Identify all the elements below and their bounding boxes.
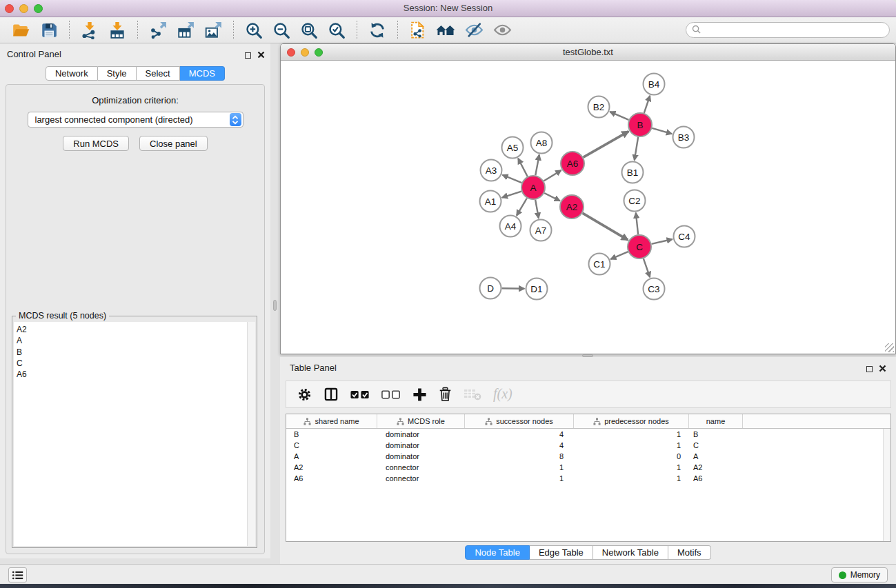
save-session-button[interactable]: [35, 20, 63, 41]
delete-columns-button[interactable]: [439, 387, 452, 402]
table-row[interactable]: A6connector11A6: [286, 473, 890, 484]
graph-node-B4[interactable]: B4: [644, 74, 665, 95]
graph-node-B3[interactable]: B3: [673, 127, 695, 148]
graph-node-A5[interactable]: A5: [502, 137, 524, 159]
graph-node-A7[interactable]: A7: [530, 220, 552, 241]
table-settings-button[interactable]: [297, 387, 312, 402]
graph-edge-C-C1[interactable]: [610, 252, 628, 259]
graph-node-C1[interactable]: C1: [589, 254, 610, 275]
import-network-button[interactable]: [76, 20, 103, 41]
zoom-selected-button[interactable]: [323, 20, 350, 41]
import-table-button[interactable]: [103, 20, 131, 41]
graph-edge-A-A7[interactable]: [535, 200, 539, 219]
unselect-all-columns-button[interactable]: [381, 389, 401, 400]
network-canvas[interactable]: B4B2BB3A8A5A6A3B1AA1C2A2A4A7C4CC1C3DD1: [281, 61, 895, 354]
graph-edge-B-B4[interactable]: [644, 96, 650, 113]
tab-motifs[interactable]: Motifs: [668, 545, 711, 560]
graph-edge-C-C2[interactable]: [636, 213, 638, 234]
show-column-panel-button[interactable]: [323, 387, 339, 402]
search-input[interactable]: [704, 26, 884, 35]
run-mcds-button[interactable]: Run MCDS: [63, 136, 129, 151]
graph-edge-C-C4[interactable]: [652, 239, 673, 244]
open-session-button[interactable]: [7, 21, 35, 40]
apply-layout-button[interactable]: [364, 20, 391, 41]
tab-select[interactable]: Select: [137, 66, 180, 81]
close-panel-button[interactable]: Close panel: [139, 136, 208, 151]
mcds-result-list[interactable]: A2ABCA6: [14, 322, 247, 546]
mcds-result-item[interactable]: A2: [17, 324, 247, 335]
network-window-titlebar[interactable]: testGlobe.txt: [281, 44, 895, 61]
graph-node-C[interactable]: C: [628, 235, 651, 258]
tab-network[interactable]: Network: [46, 66, 98, 81]
graph-edge-A6-B[interactable]: [584, 132, 629, 157]
graph-node-C4[interactable]: C4: [674, 226, 695, 247]
export-image-button[interactable]: [199, 20, 227, 41]
graph-node-A3[interactable]: A3: [481, 160, 502, 181]
graph-node-D1[interactable]: D1: [526, 278, 548, 300]
graph-node-A[interactable]: A: [521, 176, 545, 199]
column-header-name[interactable]: name: [689, 414, 743, 428]
graph-edge-A-A8[interactable]: [535, 155, 539, 176]
mcds-result-item[interactable]: C: [17, 358, 247, 369]
task-history-button[interactable]: [8, 567, 27, 582]
vertical-splitter[interactable]: [270, 43, 280, 564]
graph-edge-B-B3[interactable]: [652, 128, 672, 134]
hide-selected-button[interactable]: [460, 21, 488, 39]
mcds-result-item[interactable]: A6: [17, 369, 247, 380]
graph-node-A6[interactable]: A6: [561, 152, 584, 175]
tab-edge-table[interactable]: Edge Table: [530, 545, 593, 560]
column-header-shared-name[interactable]: shared name: [286, 414, 377, 428]
graph-edge-C-C3[interactable]: [644, 258, 650, 277]
graph-edge-A-A6[interactable]: [544, 170, 561, 181]
zoom-fit-button[interactable]: [295, 20, 323, 41]
close-table-panel-icon[interactable]: [879, 363, 886, 375]
memory-button[interactable]: Memory: [831, 567, 888, 582]
first-neighbors-button[interactable]: [431, 21, 460, 40]
float-panel-icon[interactable]: [245, 52, 251, 59]
tab-network-table[interactable]: Network Table: [593, 545, 668, 560]
result-scrollbar[interactable]: [247, 322, 255, 546]
create-column-button[interactable]: [412, 387, 427, 402]
delete-table-button[interactable]: [464, 387, 481, 401]
select-all-columns-button[interactable]: [350, 389, 370, 400]
graph-node-B1[interactable]: B1: [622, 162, 644, 183]
export-table-button[interactable]: [172, 20, 199, 41]
graph-edge-A-A3[interactable]: [502, 175, 521, 183]
show-all-button[interactable]: [488, 21, 517, 39]
graph-node-A8[interactable]: A8: [531, 132, 552, 154]
mcds-result-item[interactable]: A: [17, 335, 247, 346]
node-table[interactable]: shared nameMCDS rolesuccessor nodesprede…: [286, 414, 891, 542]
table-row[interactable]: Adominator80A: [286, 451, 890, 462]
close-panel-icon[interactable]: [257, 49, 265, 61]
graph-node-C2[interactable]: C2: [624, 190, 646, 212]
tab-mcds[interactable]: MCDS: [180, 66, 225, 81]
graph-node-D[interactable]: D: [480, 278, 501, 299]
tab-node-table[interactable]: Node Table: [465, 545, 530, 560]
graph-edge-B-B2[interactable]: [610, 112, 628, 120]
zoom-out-button[interactable]: [268, 20, 295, 41]
graph-node-B2[interactable]: B2: [588, 97, 610, 118]
search-field[interactable]: [686, 22, 890, 38]
graph-node-A2[interactable]: A2: [560, 195, 584, 219]
zoom-in-button[interactable]: [240, 20, 268, 41]
export-network-button[interactable]: [144, 20, 172, 41]
table-row[interactable]: A2connector11A2: [286, 462, 890, 473]
column-header-successor-nodes[interactable]: successor nodes: [465, 414, 574, 428]
function-builder-button[interactable]: f(x): [493, 394, 512, 396]
graph-edge-A-A5[interactable]: [518, 159, 528, 176]
graph-edge-A-A4[interactable]: [517, 199, 527, 216]
mcds-result-item[interactable]: B: [17, 347, 247, 358]
float-table-panel-icon[interactable]: [866, 366, 873, 372]
graph-node-A4[interactable]: A4: [500, 216, 521, 237]
table-scrollbar[interactable]: [883, 429, 890, 541]
app-titlebar[interactable]: Session: New Session: [0, 0, 896, 17]
new-network-from-selection-button[interactable]: [404, 19, 431, 41]
graph-edge-A2-C[interactable]: [582, 213, 628, 240]
graph-edge-A-A2[interactable]: [544, 193, 560, 201]
table-row[interactable]: Cdominator41C: [286, 440, 890, 451]
column-header-predecessor-nodes[interactable]: predecessor nodes: [574, 414, 689, 428]
graph-edge-B-B1[interactable]: [635, 137, 638, 161]
graph-node-B[interactable]: B: [628, 113, 652, 136]
graph-node-A1[interactable]: A1: [480, 191, 501, 212]
table-row[interactable]: Bdominator41B: [286, 429, 890, 440]
